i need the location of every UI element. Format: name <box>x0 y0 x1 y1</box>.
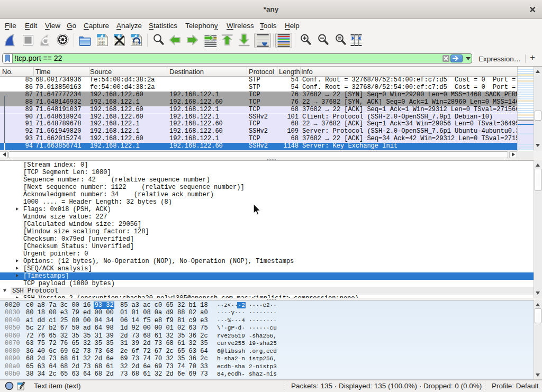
svg-text:0111: 0111 <box>132 43 139 46</box>
svg-text:0111: 0111 <box>98 43 105 46</box>
